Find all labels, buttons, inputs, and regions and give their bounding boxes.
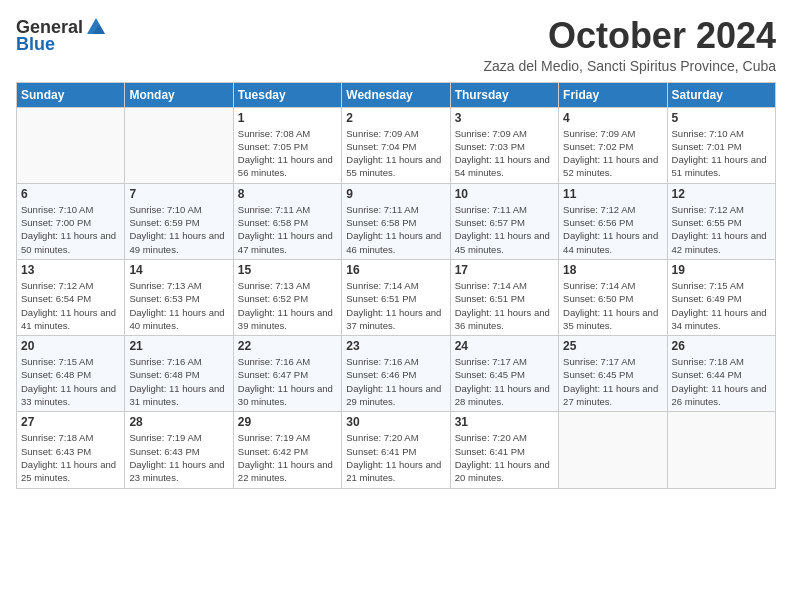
day-info: Sunrise: 7:12 AMSunset: 6:54 PMDaylight:… [21, 279, 120, 332]
calendar-header-monday: Monday [125, 82, 233, 107]
day-number: 9 [346, 187, 445, 201]
calendar-cell: 13Sunrise: 7:12 AMSunset: 6:54 PMDayligh… [17, 259, 125, 335]
day-info: Sunrise: 7:18 AMSunset: 6:43 PMDaylight:… [21, 431, 120, 484]
calendar-cell: 18Sunrise: 7:14 AMSunset: 6:50 PMDayligh… [559, 259, 667, 335]
calendar-cell: 16Sunrise: 7:14 AMSunset: 6:51 PMDayligh… [342, 259, 450, 335]
day-info: Sunrise: 7:16 AMSunset: 6:48 PMDaylight:… [129, 355, 228, 408]
day-number: 17 [455, 263, 554, 277]
calendar-header-wednesday: Wednesday [342, 82, 450, 107]
calendar-header-thursday: Thursday [450, 82, 558, 107]
calendar-cell: 11Sunrise: 7:12 AMSunset: 6:56 PMDayligh… [559, 183, 667, 259]
day-number: 12 [672, 187, 771, 201]
day-info: Sunrise: 7:17 AMSunset: 6:45 PMDaylight:… [563, 355, 662, 408]
calendar-cell [559, 412, 667, 488]
calendar-cell [125, 107, 233, 183]
day-number: 5 [672, 111, 771, 125]
calendar-cell: 9Sunrise: 7:11 AMSunset: 6:58 PMDaylight… [342, 183, 450, 259]
day-info: Sunrise: 7:19 AMSunset: 6:42 PMDaylight:… [238, 431, 337, 484]
day-info: Sunrise: 7:09 AMSunset: 7:04 PMDaylight:… [346, 127, 445, 180]
calendar-cell: 21Sunrise: 7:16 AMSunset: 6:48 PMDayligh… [125, 336, 233, 412]
day-number: 7 [129, 187, 228, 201]
calendar-cell: 29Sunrise: 7:19 AMSunset: 6:42 PMDayligh… [233, 412, 341, 488]
calendar-cell: 27Sunrise: 7:18 AMSunset: 6:43 PMDayligh… [17, 412, 125, 488]
calendar-cell: 8Sunrise: 7:11 AMSunset: 6:58 PMDaylight… [233, 183, 341, 259]
day-info: Sunrise: 7:08 AMSunset: 7:05 PMDaylight:… [238, 127, 337, 180]
calendar-week-row: 27Sunrise: 7:18 AMSunset: 6:43 PMDayligh… [17, 412, 776, 488]
calendar-cell: 22Sunrise: 7:16 AMSunset: 6:47 PMDayligh… [233, 336, 341, 412]
day-info: Sunrise: 7:10 AMSunset: 7:00 PMDaylight:… [21, 203, 120, 256]
calendar-cell: 23Sunrise: 7:16 AMSunset: 6:46 PMDayligh… [342, 336, 450, 412]
day-number: 2 [346, 111, 445, 125]
day-number: 4 [563, 111, 662, 125]
day-info: Sunrise: 7:13 AMSunset: 6:53 PMDaylight:… [129, 279, 228, 332]
day-info: Sunrise: 7:09 AMSunset: 7:02 PMDaylight:… [563, 127, 662, 180]
day-info: Sunrise: 7:16 AMSunset: 6:47 PMDaylight:… [238, 355, 337, 408]
day-number: 6 [21, 187, 120, 201]
day-info: Sunrise: 7:09 AMSunset: 7:03 PMDaylight:… [455, 127, 554, 180]
title-section: October 2024 Zaza del Medio, Sancti Spir… [483, 16, 776, 74]
calendar-cell: 5Sunrise: 7:10 AMSunset: 7:01 PMDaylight… [667, 107, 775, 183]
day-info: Sunrise: 7:12 AMSunset: 6:56 PMDaylight:… [563, 203, 662, 256]
day-info: Sunrise: 7:14 AMSunset: 6:51 PMDaylight:… [455, 279, 554, 332]
calendar-cell: 7Sunrise: 7:10 AMSunset: 6:59 PMDaylight… [125, 183, 233, 259]
day-number: 20 [21, 339, 120, 353]
day-number: 3 [455, 111, 554, 125]
logo: General Blue [16, 16, 107, 55]
page-header: General Blue October 2024 Zaza del Medio… [16, 16, 776, 74]
day-number: 27 [21, 415, 120, 429]
logo-blue-text: Blue [16, 34, 55, 55]
calendar-week-row: 13Sunrise: 7:12 AMSunset: 6:54 PMDayligh… [17, 259, 776, 335]
calendar-week-row: 1Sunrise: 7:08 AMSunset: 7:05 PMDaylight… [17, 107, 776, 183]
calendar-cell: 10Sunrise: 7:11 AMSunset: 6:57 PMDayligh… [450, 183, 558, 259]
calendar-cell: 20Sunrise: 7:15 AMSunset: 6:48 PMDayligh… [17, 336, 125, 412]
day-info: Sunrise: 7:20 AMSunset: 6:41 PMDaylight:… [346, 431, 445, 484]
day-number: 28 [129, 415, 228, 429]
calendar-cell: 25Sunrise: 7:17 AMSunset: 6:45 PMDayligh… [559, 336, 667, 412]
day-info: Sunrise: 7:11 AMSunset: 6:58 PMDaylight:… [346, 203, 445, 256]
location-subtitle: Zaza del Medio, Sancti Spiritus Province… [483, 58, 776, 74]
day-number: 25 [563, 339, 662, 353]
calendar-cell: 15Sunrise: 7:13 AMSunset: 6:52 PMDayligh… [233, 259, 341, 335]
calendar-week-row: 20Sunrise: 7:15 AMSunset: 6:48 PMDayligh… [17, 336, 776, 412]
day-number: 31 [455, 415, 554, 429]
calendar-cell: 26Sunrise: 7:18 AMSunset: 6:44 PMDayligh… [667, 336, 775, 412]
day-number: 1 [238, 111, 337, 125]
day-number: 18 [563, 263, 662, 277]
day-number: 19 [672, 263, 771, 277]
day-number: 21 [129, 339, 228, 353]
day-info: Sunrise: 7:15 AMSunset: 6:48 PMDaylight:… [21, 355, 120, 408]
day-info: Sunrise: 7:17 AMSunset: 6:45 PMDaylight:… [455, 355, 554, 408]
day-info: Sunrise: 7:11 AMSunset: 6:57 PMDaylight:… [455, 203, 554, 256]
calendar-week-row: 6Sunrise: 7:10 AMSunset: 7:00 PMDaylight… [17, 183, 776, 259]
calendar-cell: 6Sunrise: 7:10 AMSunset: 7:00 PMDaylight… [17, 183, 125, 259]
calendar-cell: 12Sunrise: 7:12 AMSunset: 6:55 PMDayligh… [667, 183, 775, 259]
day-number: 29 [238, 415, 337, 429]
calendar-cell: 24Sunrise: 7:17 AMSunset: 6:45 PMDayligh… [450, 336, 558, 412]
day-number: 15 [238, 263, 337, 277]
day-number: 22 [238, 339, 337, 353]
day-number: 16 [346, 263, 445, 277]
day-info: Sunrise: 7:14 AMSunset: 6:50 PMDaylight:… [563, 279, 662, 332]
day-number: 30 [346, 415, 445, 429]
day-info: Sunrise: 7:18 AMSunset: 6:44 PMDaylight:… [672, 355, 771, 408]
logo-icon [85, 16, 107, 38]
calendar-header-row: SundayMondayTuesdayWednesdayThursdayFrid… [17, 82, 776, 107]
calendar-cell: 28Sunrise: 7:19 AMSunset: 6:43 PMDayligh… [125, 412, 233, 488]
day-number: 26 [672, 339, 771, 353]
day-info: Sunrise: 7:16 AMSunset: 6:46 PMDaylight:… [346, 355, 445, 408]
month-title: October 2024 [483, 16, 776, 56]
day-number: 13 [21, 263, 120, 277]
day-info: Sunrise: 7:11 AMSunset: 6:58 PMDaylight:… [238, 203, 337, 256]
calendar-cell: 17Sunrise: 7:14 AMSunset: 6:51 PMDayligh… [450, 259, 558, 335]
calendar-cell: 19Sunrise: 7:15 AMSunset: 6:49 PMDayligh… [667, 259, 775, 335]
day-info: Sunrise: 7:13 AMSunset: 6:52 PMDaylight:… [238, 279, 337, 332]
day-number: 14 [129, 263, 228, 277]
calendar-cell [667, 412, 775, 488]
day-info: Sunrise: 7:12 AMSunset: 6:55 PMDaylight:… [672, 203, 771, 256]
calendar-cell: 2Sunrise: 7:09 AMSunset: 7:04 PMDaylight… [342, 107, 450, 183]
day-number: 10 [455, 187, 554, 201]
day-info: Sunrise: 7:10 AMSunset: 6:59 PMDaylight:… [129, 203, 228, 256]
day-info: Sunrise: 7:19 AMSunset: 6:43 PMDaylight:… [129, 431, 228, 484]
calendar-header-friday: Friday [559, 82, 667, 107]
calendar-cell: 14Sunrise: 7:13 AMSunset: 6:53 PMDayligh… [125, 259, 233, 335]
